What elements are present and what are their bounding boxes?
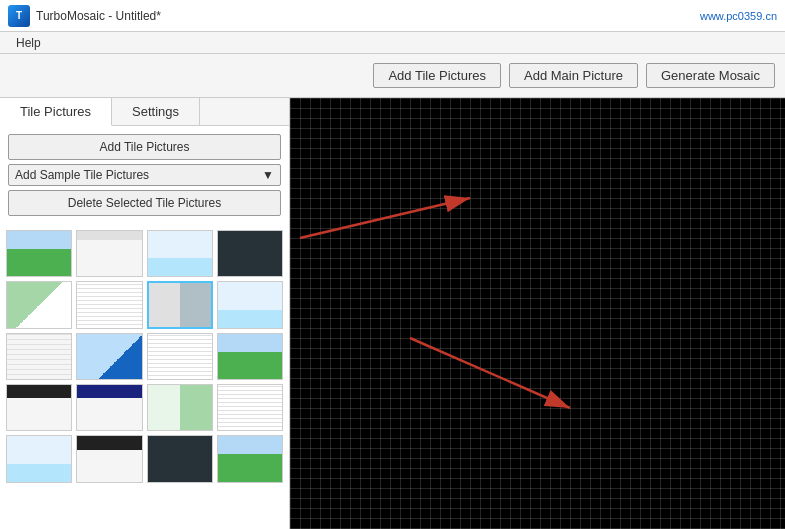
- main-content: Tile Pictures Settings Add Tile Pictures…: [0, 98, 785, 529]
- tile-item[interactable]: [6, 230, 72, 277]
- tile-item[interactable]: [147, 333, 213, 380]
- toolbar-add-main-picture[interactable]: Add Main Picture: [509, 63, 638, 88]
- panel-controls: Add Tile Pictures Add Sample Tile Pictur…: [0, 126, 289, 224]
- tile-item[interactable]: [76, 230, 142, 277]
- tile-item[interactable]: [147, 384, 213, 431]
- menu-bar: Help: [0, 32, 785, 54]
- chevron-down-icon: ▼: [262, 168, 274, 182]
- tile-item[interactable]: [147, 435, 213, 482]
- delete-selected-button[interactable]: Delete Selected Tile Pictures: [8, 190, 281, 216]
- tile-grid: [0, 224, 289, 529]
- tile-item[interactable]: [147, 230, 213, 277]
- add-tile-pictures-button[interactable]: Add Tile Pictures: [8, 134, 281, 160]
- tile-item[interactable]: [6, 281, 72, 328]
- watermark: www.pc0359.cn: [700, 10, 777, 22]
- tile-item[interactable]: [6, 435, 72, 482]
- tab-settings[interactable]: Settings: [112, 98, 200, 125]
- menu-help[interactable]: Help: [8, 35, 49, 51]
- mosaic-canvas: [290, 98, 785, 529]
- title-bar: T TurboMosaic - Untitled* www.pc0359.cn: [0, 0, 785, 32]
- add-sample-dropdown[interactable]: Add Sample Tile Pictures ▼: [8, 164, 281, 186]
- mosaic-grid: [290, 98, 785, 529]
- tile-item[interactable]: [76, 281, 142, 328]
- tile-item[interactable]: [217, 384, 283, 431]
- toolbar-generate-mosaic[interactable]: Generate Mosaic: [646, 63, 775, 88]
- toolbar-add-tile-pictures[interactable]: Add Tile Pictures: [373, 63, 501, 88]
- tile-item[interactable]: [6, 333, 72, 380]
- tile-item[interactable]: [217, 230, 283, 277]
- app-logo: T: [8, 5, 30, 27]
- tab-bar: Tile Pictures Settings: [0, 98, 289, 126]
- tile-item[interactable]: [76, 435, 142, 482]
- toolbar: Add Tile Pictures Add Main Picture Gener…: [0, 54, 785, 98]
- tile-item[interactable]: [217, 281, 283, 328]
- tile-item[interactable]: [76, 384, 142, 431]
- tile-item[interactable]: [6, 384, 72, 431]
- tile-item[interactable]: [76, 333, 142, 380]
- tab-tile-pictures[interactable]: Tile Pictures: [0, 98, 112, 126]
- app-title: TurboMosaic - Untitled*: [36, 9, 670, 23]
- tile-item[interactable]: [217, 333, 283, 380]
- tile-item[interactable]: [217, 435, 283, 482]
- tile-item[interactable]: [147, 281, 213, 328]
- left-panel: Tile Pictures Settings Add Tile Pictures…: [0, 98, 290, 529]
